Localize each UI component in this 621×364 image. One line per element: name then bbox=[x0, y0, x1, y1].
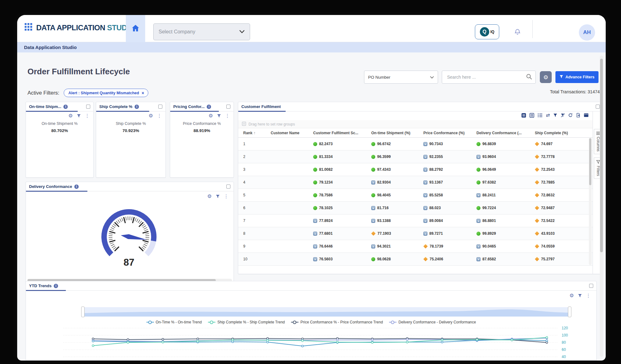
kebab-icon[interactable]: ⋮ bbox=[586, 293, 591, 298]
status-value: 88.2792 bbox=[429, 167, 443, 172]
data-point[interactable] bbox=[337, 339, 338, 341]
kebab-icon[interactable]: ⋮ bbox=[157, 113, 162, 118]
column-header-customer-name[interactable]: Customer Name bbox=[266, 128, 308, 137]
filter-icon[interactable] bbox=[77, 114, 81, 118]
column-header-price-conformance[interactable]: Price Conformance (%) bbox=[418, 128, 471, 137]
table-row[interactable]: 7▲77.8924▲93.1388▲89.0084▲86.880172.5422 bbox=[238, 214, 593, 227]
search-input[interactable] bbox=[446, 74, 526, 80]
status-green-icon bbox=[313, 155, 317, 159]
data-point[interactable] bbox=[92, 345, 94, 347]
iq-assistant-button[interactable]: Q IQ bbox=[475, 24, 499, 39]
pivot-view-icon[interactable] bbox=[530, 113, 534, 118]
filter-chip[interactable]: Alert : Shipment Quantity Mismatched bbox=[64, 89, 148, 97]
data-point[interactable] bbox=[511, 339, 513, 341]
navigator-handle-left[interactable] bbox=[81, 307, 85, 317]
column-header-on-time-shipment[interactable]: On-time Shipment (%) bbox=[366, 128, 418, 137]
export-icon[interactable] bbox=[576, 113, 580, 117]
row-group-dropzone[interactable]: Drag here to set row groups bbox=[238, 120, 593, 128]
notifications-button[interactable] bbox=[512, 28, 523, 37]
info-icon[interactable] bbox=[63, 105, 68, 109]
navigator-handle-right[interactable] bbox=[568, 307, 571, 317]
table-view-icon[interactable] bbox=[521, 113, 526, 118]
data-point[interactable] bbox=[371, 339, 373, 341]
sheet-icon[interactable] bbox=[584, 113, 589, 117]
kebab-icon[interactable]: ⋮ bbox=[85, 113, 90, 118]
data-point[interactable] bbox=[232, 339, 234, 341]
filter-icon[interactable] bbox=[217, 114, 221, 118]
scrollbar-thumb[interactable] bbox=[600, 59, 603, 252]
panel-checkbox[interactable] bbox=[589, 284, 593, 288]
data-point[interactable] bbox=[197, 340, 199, 342]
avatar[interactable]: AH bbox=[579, 24, 595, 41]
info-icon[interactable] bbox=[207, 105, 211, 109]
card-checkbox[interactable] bbox=[226, 105, 230, 109]
kebab-icon[interactable]: ⋮ bbox=[225, 113, 230, 118]
legend-item[interactable]: On-Time % - On-time Trend bbox=[146, 320, 202, 324]
data-point[interactable] bbox=[546, 340, 548, 342]
data-point[interactable] bbox=[127, 342, 129, 343]
row-groups-icon[interactable] bbox=[538, 113, 542, 117]
gear-icon[interactable]: ⚙ bbox=[149, 113, 153, 118]
panel-checkbox[interactable] bbox=[226, 184, 230, 189]
data-point[interactable] bbox=[476, 339, 478, 341]
data-point[interactable] bbox=[337, 341, 338, 343]
data-point[interactable] bbox=[92, 340, 94, 342]
table-row[interactable]: 10▲76.560398.062875.2406▲87.658275.2797 bbox=[238, 253, 593, 266]
legend-item[interactable]: Price Conformance % - Price Conformance … bbox=[291, 320, 383, 324]
data-point[interactable] bbox=[162, 338, 164, 340]
legend-item[interactable]: Delivery Conformance - Delivery Conforma… bbox=[389, 320, 476, 324]
panel-checkbox[interactable] bbox=[596, 105, 600, 109]
table-row[interactable]: 8▲77.680177.1903▲89.727199.892943.9103 bbox=[238, 227, 593, 240]
grid-vertical-scrollbar[interactable] bbox=[589, 138, 592, 265]
search-icon[interactable] bbox=[526, 73, 532, 81]
scrollbar-thumb[interactable] bbox=[589, 138, 591, 185]
filter-icon[interactable] bbox=[216, 194, 220, 199]
data-point[interactable] bbox=[546, 337, 548, 338]
column-header-ship-complete[interactable]: Ship Complete (%) bbox=[530, 128, 580, 137]
legend-item[interactable]: Ship Complete % - Ship Complete Trend bbox=[208, 320, 285, 324]
gear-icon[interactable]: ⚙ bbox=[68, 113, 73, 118]
refresh-icon[interactable] bbox=[568, 113, 573, 117]
data-point[interactable] bbox=[267, 339, 269, 341]
column-header-customer-fulfilment-sc[interactable]: Customer Fulfilment Sc... bbox=[308, 128, 366, 137]
column-header-rank[interactable]: Rank↑ bbox=[238, 128, 266, 137]
data-point[interactable] bbox=[162, 341, 164, 343]
table-row[interactable]: 182.247396.6742▲90.734396.883974.697 bbox=[238, 138, 593, 150]
data-point[interactable] bbox=[406, 339, 408, 341]
gear-icon[interactable]: ⚙ bbox=[209, 113, 213, 118]
data-point[interactable] bbox=[371, 342, 373, 343]
data-point[interactable] bbox=[302, 340, 303, 342]
gear-icon[interactable]: ⚙ bbox=[207, 194, 212, 199]
settings-button[interactable]: ⚙ bbox=[540, 71, 552, 83]
page-vertical-scrollbar[interactable] bbox=[600, 56, 603, 357]
chart-range-navigator[interactable] bbox=[83, 307, 569, 317]
status-blue-icon: ▲ bbox=[476, 193, 481, 197]
table-row[interactable]: 281.333496.3599▲92.2355▲93.960472.7778 bbox=[238, 150, 593, 163]
filter-icon[interactable] bbox=[553, 113, 557, 117]
filter-off-icon[interactable] bbox=[561, 113, 565, 117]
table-row[interactable]: 9▲76.6446▲94.302178.1739▲90.046574.0559 bbox=[238, 240, 593, 253]
home-button[interactable] bbox=[126, 15, 145, 42]
info-icon[interactable] bbox=[54, 284, 58, 288]
data-point[interactable] bbox=[406, 341, 408, 343]
po-number-dropdown[interactable]: PO Number bbox=[364, 71, 438, 84]
data-point[interactable] bbox=[302, 345, 303, 347]
advance-filters-button[interactable]: Advance Filters bbox=[555, 71, 599, 83]
card-checkbox[interactable] bbox=[158, 105, 162, 109]
gear-icon[interactable]: ⚙ bbox=[569, 293, 574, 298]
data-point[interactable] bbox=[441, 339, 443, 341]
table-row[interactable]: 381.008297.4343▲88.279296.064972.2543 bbox=[238, 163, 593, 176]
info-icon[interactable] bbox=[74, 184, 79, 189]
info-icon[interactable] bbox=[135, 105, 139, 109]
data-point[interactable] bbox=[441, 341, 443, 343]
table-row[interactable]: 678.1025▲81.716▲88.02399.722472.9487 bbox=[238, 202, 593, 214]
kebab-icon[interactable]: ⋮ bbox=[224, 194, 229, 199]
select-company-dropdown[interactable]: Select Company bbox=[153, 23, 250, 40]
table-row[interactable]: 578.758698.4045▲85.5258▲88.241172.8632 bbox=[238, 189, 593, 202]
close-icon[interactable] bbox=[141, 91, 144, 96]
column-header-delivery-conformance[interactable]: Delivery Conformance (... bbox=[471, 128, 530, 137]
filter-icon[interactable] bbox=[578, 294, 582, 298]
swap-icon[interactable]: ⇄ bbox=[546, 113, 550, 118]
card-checkbox[interactable] bbox=[86, 105, 90, 109]
table-row[interactable]: 479.1234▲82.9304▲93.136797.638272.7885 bbox=[238, 176, 593, 189]
